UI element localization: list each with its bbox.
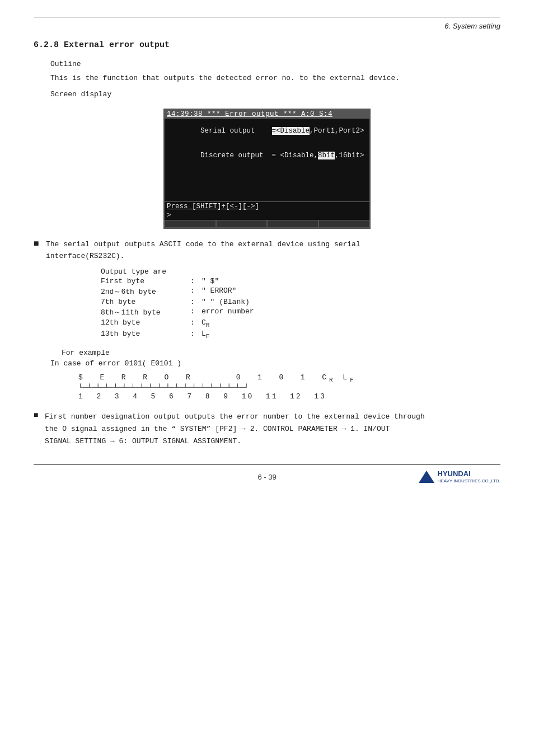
screen-footer-cell-2 — [216, 220, 268, 228]
bullet-square-1: ■ — [34, 239, 43, 249]
output-sep-0: : — [190, 277, 202, 285]
screen-row-2: Discrete output = <Disable,8bit,16bit> — [165, 143, 369, 168]
output-type-header-row: Output type are — [101, 267, 500, 276]
screen-discrete-label: Discrete output = <Disable, — [200, 152, 318, 159]
screen-row-1: Serial output =<Disable,Port1,Port2> — [165, 119, 369, 143]
output-col3-3: error number — [202, 307, 500, 317]
screen-footer-cell-4 — [318, 220, 370, 228]
screen-title-row: 14:39:38 *** Error output *** A:0 S:4 — [165, 110, 369, 119]
screen-footer-cell-1 — [165, 220, 216, 228]
section-header: 6. System setting — [34, 22, 500, 30]
output-row-5: 13th byte : LF — [101, 330, 500, 340]
output-row-2: 7th byte : " " (Blank) — [101, 298, 500, 306]
output-row-4: 12th byte : CR — [101, 318, 500, 328]
section-title-header: 6. System setting — [444, 22, 500, 30]
output-col3-4: CR — [202, 318, 500, 328]
screen-prompt: > — [165, 211, 369, 220]
output-row-1: 2nd～6th byte : " ERROR" — [101, 287, 500, 297]
output-col1-3: 8th～11th byte — [101, 307, 190, 317]
screen-display-wrap: 14:39:38 *** Error output *** A:0 S:4 Se… — [34, 109, 500, 229]
logo-line1: HYUNDAI — [438, 469, 500, 478]
logo-text: HYUNDAI HEAVY INDUSTRIES CO.,LTD. — [438, 469, 500, 483]
screen-display-label: Screen display — [50, 90, 500, 98]
screen-serial-highlight: =<Disable — [272, 127, 310, 135]
output-row-3: 8th～11th byte : error number — [101, 307, 500, 317]
output-col3-2: " " (Blank) — [202, 298, 500, 306]
output-col3-0: " $" — [202, 277, 500, 285]
screen-blank-4 — [165, 185, 369, 190]
bottom-bar: 6 - 39 HYUNDAI HEAVY INDUSTRIES CO.,LTD. — [34, 469, 500, 483]
bottom-rule — [34, 464, 500, 465]
outline-label: Outline — [50, 60, 500, 68]
output-col1-4: 12th byte — [101, 318, 190, 328]
bullet-text-1: The serial output outputs ASCII code to … — [46, 239, 360, 262]
output-col1-5: 13th byte — [101, 330, 190, 340]
output-col1-2: 7th byte — [101, 298, 190, 306]
bullet-text-2: First number designation output outputs … — [45, 411, 425, 448]
logo-triangle-icon — [419, 471, 434, 483]
page: 6. System setting 6.2.8 External error o… — [0, 0, 534, 529]
byte-ticks-row: └─┴─┴─┴─┴─┴─┴─┴─┴─┴─┴─┴─┴─┴─┴─┴─┴─┴─┴─┘ — [78, 383, 500, 392]
section-title: 6.2.8 External error output — [34, 40, 500, 50]
output-col3-5: LF — [202, 330, 500, 340]
bullet-section-1: ■ The serial output outputs ASCII code t… — [34, 239, 500, 262]
screen-bottom-row: Press [SHIFT]+[<-][->] — [165, 201, 369, 211]
bullet-square-2: ■ — [34, 411, 41, 420]
screen-box: 14:39:38 *** Error output *** A:0 S:4 Se… — [163, 109, 371, 229]
screen-serial-rest: ,Port1,Port2> — [310, 127, 364, 135]
bullet-section-2: ■ First number designation output output… — [34, 411, 500, 448]
screen-footer-row — [165, 220, 369, 228]
screen-blank-1 — [165, 168, 369, 173]
byte-diagram: $ E R R O R 0 1 0 1 CR LF └─┴─┴─┴─┴─┴─┴─… — [78, 373, 500, 401]
output-sep-5: : — [190, 330, 202, 340]
screen-blank-2 — [165, 173, 369, 179]
logo-line2: HEAVY INDUSTRIES CO.,LTD. — [438, 478, 500, 484]
screen-blank-5 — [165, 190, 369, 196]
logo-area: HYUNDAI HEAVY INDUSTRIES CO.,LTD. — [345, 469, 500, 483]
bullet-item-2: ■ First number designation output output… — [34, 411, 500, 448]
output-sep-1: : — [190, 287, 202, 297]
output-type-table: Output type are First byte : " $" 2nd～6t… — [101, 267, 500, 339]
screen-serial-label: Serial output — [200, 127, 272, 135]
bullet-text-line1: The serial output outputs ASCII code to … — [46, 240, 360, 248]
bullet-text-line2: interface(RS232C). — [46, 252, 124, 260]
output-sep-2: : — [190, 298, 202, 306]
in-case: In case of error 0101( E0101 ) — [50, 359, 500, 368]
screen-discrete-highlight: 8bit — [318, 152, 335, 159]
output-type-header: Output type are — [101, 267, 166, 276]
output-col1-1: 2nd～6th byte — [101, 287, 190, 297]
output-col3-1: " ERROR" — [202, 287, 500, 297]
page-number: 6 - 39 — [189, 473, 345, 481]
output-col1-0: First byte — [101, 277, 190, 285]
output-sep-4: : — [190, 318, 202, 328]
for-example: For example — [62, 349, 500, 357]
top-rule — [34, 17, 500, 17]
screen-blank-6 — [165, 196, 369, 201]
output-sep-3: : — [190, 307, 202, 317]
screen-footer-cell-3 — [267, 220, 318, 228]
bullet-item-1: ■ The serial output outputs ASCII code t… — [34, 239, 500, 262]
screen-blank-3 — [165, 179, 369, 185]
byte-numbers-row: 1 2 3 4 5 6 7 8 9 10 11 12 13 — [78, 392, 500, 401]
output-row-0: First byte : " $" — [101, 277, 500, 285]
outline-text: This is the function that outputs the de… — [50, 73, 500, 84]
screen-discrete-rest: ,16bit> — [335, 152, 364, 159]
byte-letters-row: $ E R R O R 0 1 0 1 CR LF — [78, 373, 500, 383]
